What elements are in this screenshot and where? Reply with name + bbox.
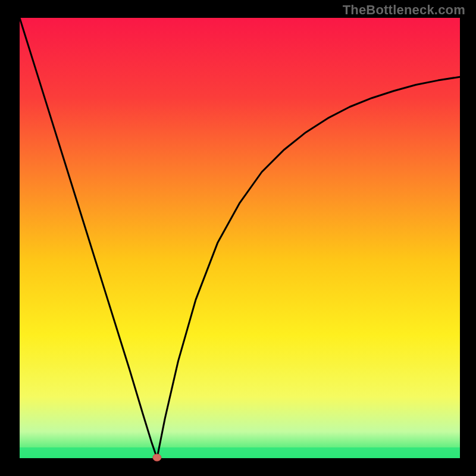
baseline-band: [20, 447, 460, 458]
optimal-point-marker: [153, 454, 161, 461]
bottleneck-chart: [0, 0, 476, 476]
attribution-text: TheBottleneck.com: [343, 2, 465, 18]
plot-area: [20, 18, 460, 458]
